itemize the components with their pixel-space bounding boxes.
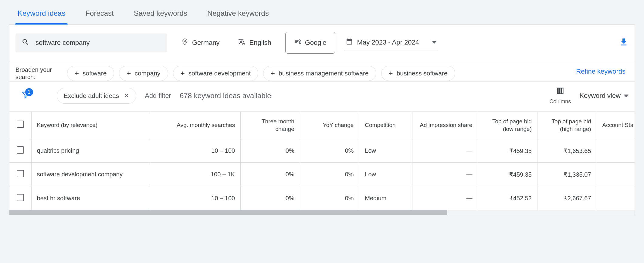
location-icon [181, 38, 188, 47]
tab-forecast[interactable]: Forecast [83, 6, 116, 24]
cell-bid-low: ₹459.35 [478, 163, 537, 186]
tab-saved-keywords[interactable]: Saved keywords [131, 6, 190, 24]
search-icon [22, 38, 29, 48]
date-range-filter[interactable]: May 2023 - Apr 2024 [344, 35, 438, 51]
header-keyword[interactable]: Keyword (by relevance) [31, 112, 150, 139]
cell-bid-high: ₹1,653.65 [537, 139, 597, 163]
table-header-row: Keyword (by relevance) Avg. monthly sear… [9, 112, 635, 139]
cell-bid-high: ₹1,335.07 [537, 163, 597, 186]
chip-label: software [83, 70, 107, 77]
search-box[interactable] [15, 33, 167, 52]
cell-yoy: 0% [300, 139, 359, 163]
broaden-row: Broaden your search: +software +company … [9, 61, 635, 82]
columns-label: Columns [549, 98, 571, 105]
broaden-chip[interactable]: +business software [381, 66, 455, 81]
chevron-down-icon [432, 41, 437, 44]
table-row[interactable]: best hr software10 – 1000%0%Medium—₹452.… [9, 186, 635, 210]
cell-competition: Low [359, 139, 412, 163]
network-icon [294, 38, 301, 47]
checkbox[interactable] [17, 146, 24, 154]
download-button[interactable] [619, 37, 629, 48]
header-checkbox[interactable] [9, 112, 31, 139]
ideas-count: 678 keyword ideas available [180, 92, 271, 100]
cell-account [597, 163, 635, 186]
broaden-chip[interactable]: +software [67, 66, 114, 81]
header-ad-impression[interactable]: Ad impression share [412, 112, 478, 139]
cell-account [597, 139, 635, 163]
keyword-table: Keyword (by relevance) Avg. monthly sear… [9, 112, 635, 210]
cell-ad-impression: — [412, 163, 478, 186]
location-value: Germany [192, 39, 219, 47]
broaden-chip[interactable]: +software development [173, 66, 258, 81]
horizontal-scrollbar[interactable] [9, 210, 635, 215]
tab-keyword-ideas[interactable]: Keyword ideas [15, 6, 68, 24]
filter-button[interactable]: 1 [21, 91, 30, 101]
keyword-view-dropdown[interactable]: Keyword view [579, 92, 629, 100]
chevron-down-icon [624, 95, 629, 97]
refine-keywords-link[interactable]: Refine keywords [576, 67, 625, 76]
applied-filter-label: Exclude adult ideas [64, 92, 119, 99]
applied-filter-chip[interactable]: Exclude adult ideas ✕ [57, 88, 136, 104]
cell-avg: 100 – 1K [150, 163, 241, 186]
header-account[interactable]: Account Sta [597, 112, 635, 139]
location-filter[interactable]: Germany [176, 35, 224, 50]
plus-icon: + [389, 69, 393, 78]
cell-yoy: 0% [300, 163, 359, 186]
checkbox[interactable] [17, 121, 24, 128]
language-value: English [249, 39, 271, 47]
header-bid-high[interactable]: Top of page bid (high range) [537, 112, 597, 139]
header-three-month[interactable]: Three month change [241, 112, 300, 139]
filter-badge: 1 [25, 88, 33, 96]
broaden-chip[interactable]: +business management software [263, 66, 376, 81]
header-yoy[interactable]: YoY change [300, 112, 359, 139]
row-checkbox-cell[interactable] [9, 163, 31, 186]
network-filter[interactable]: Google [285, 32, 335, 54]
cell-keyword: qualtrics pricing [31, 139, 150, 163]
cell-keyword: software development company [31, 163, 150, 186]
svg-point-0 [299, 40, 300, 42]
columns-icon [556, 87, 564, 97]
add-filter-button[interactable]: Add filter [145, 92, 171, 100]
tab-negative-keywords[interactable]: Negative keywords [205, 6, 271, 24]
checkbox[interactable] [17, 170, 24, 177]
cell-bid-low: ₹452.52 [478, 186, 537, 210]
cell-avg: 10 – 100 [150, 186, 241, 210]
broaden-label: Broaden your search: [15, 66, 61, 81]
keyword-view-label: Keyword view [579, 92, 621, 100]
tabs-bar: Keyword ideas Forecast Saved keywords Ne… [9, 0, 635, 25]
broaden-chip[interactable]: +company [119, 66, 168, 81]
row-checkbox-cell[interactable] [9, 139, 31, 163]
cell-three-month: 0% [241, 139, 300, 163]
chip-label: business software [397, 70, 448, 77]
chip-label: software development [188, 70, 251, 77]
close-icon[interactable]: ✕ [124, 92, 129, 100]
header-avg[interactable]: Avg. monthly searches [150, 112, 241, 139]
download-icon [619, 42, 629, 48]
cell-avg: 10 – 100 [150, 139, 241, 163]
language-filter[interactable]: English [233, 35, 276, 50]
checkbox[interactable] [17, 194, 24, 201]
scrollbar-thumb[interactable] [9, 210, 447, 215]
broaden-chips: +software +company +software development… [67, 66, 455, 81]
cell-ad-impression: — [412, 186, 478, 210]
toolbar-row: 1 Exclude adult ideas ✕ Add filter 678 k… [9, 82, 635, 112]
filters-bar: Germany English Google May 2023 - Apr 20… [9, 25, 635, 61]
cell-account [597, 186, 635, 210]
chip-label: company [134, 70, 160, 77]
header-competition[interactable]: Competition [359, 112, 412, 139]
cell-competition: Medium [359, 186, 412, 210]
columns-button[interactable]: Columns [549, 87, 571, 105]
plus-icon: + [181, 69, 185, 78]
table-row[interactable]: software development company100 – 1K0%0%… [9, 163, 635, 186]
cell-bid-low: ₹459.35 [478, 139, 537, 163]
search-input[interactable] [36, 39, 161, 47]
table-row[interactable]: qualtrics pricing10 – 1000%0%Low—₹459.35… [9, 139, 635, 163]
row-checkbox-cell[interactable] [9, 186, 31, 210]
cell-ad-impression: — [412, 139, 478, 163]
cell-competition: Low [359, 163, 412, 186]
header-bid-low[interactable]: Top of page bid (low range) [478, 112, 537, 139]
chip-label: business management software [279, 70, 369, 77]
date-range-value: May 2023 - Apr 2024 [357, 38, 419, 46]
plus-icon: + [271, 69, 275, 78]
cell-bid-high: ₹2,667.67 [537, 186, 597, 210]
